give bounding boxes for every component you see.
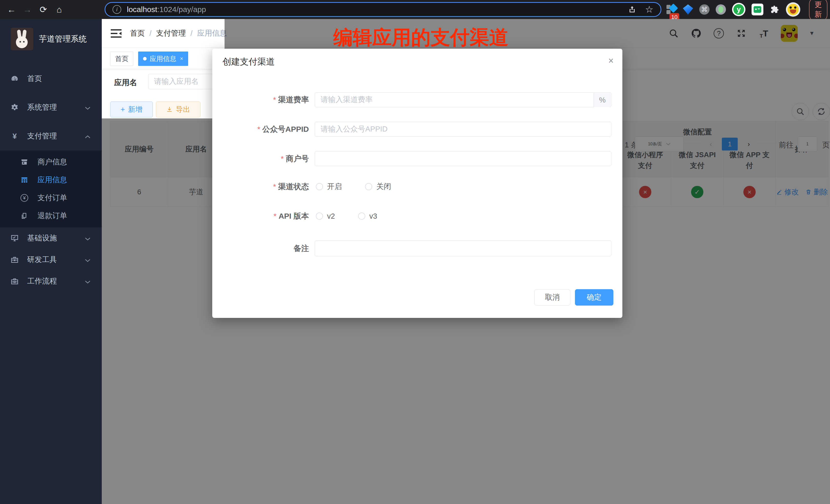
form-row-appid: *公众号APPID 请输入公众号APPID (212, 122, 622, 137)
sidebar-submenu-payment: 商户信息 应用信息 ¥ 支付订单 退款订单 (0, 151, 102, 227)
cancel-button[interactable]: 取消 (535, 289, 570, 306)
breadcrumb-payment[interactable]: 支付管理 (156, 28, 186, 38)
api-v2-radio[interactable]: v2 (316, 212, 335, 220)
modal-overlay-left[interactable] (102, 119, 225, 504)
breadcrumb-home[interactable]: 首页 (130, 28, 145, 38)
sidebar-item-label: 商户信息 (37, 157, 67, 167)
download-icon (166, 106, 173, 113)
sidebar-item-home[interactable]: 首页 (0, 64, 102, 93)
toolbox-icon (10, 255, 19, 264)
yen-circle-icon: ¥ (20, 194, 29, 202)
briefcase-icon (10, 277, 19, 286)
create-pay-channel-dialog: 创建支付渠道 × *渠道费率 请输入渠道费率 % *公众号APPID 请输入公众… (212, 49, 622, 318)
plus-icon: + (121, 105, 125, 114)
annotation-title: 编辑应用的支付渠道 (333, 25, 509, 51)
sidebar-item-label: 首页 (27, 73, 42, 84)
profile-emoji-avatar[interactable] (786, 2, 800, 17)
sidebar: 芋道管理系统 首页 系统管理 ¥ 支付管理 商户信息 (0, 19, 102, 504)
appid-input[interactable]: 请输入公众号APPID (315, 122, 611, 137)
site-info-icon[interactable]: i (113, 5, 121, 14)
browser-update-button[interactable]: 更新 (809, 0, 827, 22)
confirm-button[interactable]: 确定 (575, 289, 613, 306)
radio-circle-icon (316, 183, 323, 190)
radio-circle-icon (358, 213, 365, 220)
breadcrumb-current: 应用信息 (197, 28, 227, 38)
browser-reload-icon[interactable]: ⟳ (35, 4, 51, 14)
app-title: 芋道管理系统 (39, 34, 87, 44)
tag-app-info[interactable]: 应用信息 × (138, 52, 188, 66)
api-v3-radio[interactable]: v3 (358, 212, 377, 220)
address-bar[interactable]: i localhost:1024/pay/app ☆ (104, 2, 661, 17)
sidebar-item-payment[interactable]: ¥ 支付管理 (0, 122, 102, 151)
sidebar-item-refund-order[interactable]: 退款订单 (0, 207, 102, 225)
browser-toolbar: ← → ⟳ ⌂ i localhost:1024/pay/app ☆ 10 ⌘ … (0, 0, 830, 19)
chevron-down-icon (85, 234, 91, 243)
monitor-icon (10, 234, 19, 243)
app-logo-row[interactable]: 芋道管理系统 (0, 25, 102, 53)
form-row-status: *渠道状态 开启 关闭 (212, 182, 622, 192)
sidebar-item-label: 支付管理 (27, 131, 57, 141)
radio-circle-icon (316, 213, 323, 220)
browser-forward-icon[interactable]: → (20, 5, 35, 14)
extension-kite-icon[interactable] (683, 4, 693, 14)
sidebar-item-dev-tools[interactable]: 研发工具 (0, 249, 102, 271)
extensions-puzzle-icon[interactable] (769, 4, 780, 14)
form-row-merchant: *商户号 (212, 151, 622, 166)
sidebar-item-app-info[interactable]: 应用信息 (0, 171, 102, 189)
screen: ← → ⟳ ⌂ i localhost:1024/pay/app ☆ 10 ⌘ … (0, 0, 830, 504)
sidebar-item-label: 工作流程 (27, 276, 57, 286)
status-closed-radio[interactable]: 关闭 (365, 182, 391, 192)
dialog-close-icon[interactable]: × (608, 55, 614, 66)
add-button[interactable]: +新增 (110, 101, 153, 118)
extension-diamond-icon[interactable]: 10 (667, 4, 677, 14)
extensions-row: 10 ⌘ y 更新 ⋮ (667, 0, 830, 19)
search-field-label: 应用名 (114, 77, 137, 88)
rate-percent-suffix: % (594, 93, 611, 107)
dashboard-icon (10, 74, 19, 83)
breadcrumb: 首页 / 支付管理 / 应用信息 (130, 19, 227, 48)
gear-icon (10, 103, 19, 112)
share-icon[interactable] (628, 5, 636, 14)
extension-command-icon[interactable]: ⌘ (699, 4, 709, 14)
sidebar-item-label: 研发工具 (27, 255, 57, 265)
sidebar-item-label: 系统管理 (27, 102, 57, 113)
chevron-down-icon (85, 256, 91, 264)
documents-icon (20, 212, 29, 220)
url-text: localhost:1024/pay/app (127, 5, 206, 14)
sidebar-item-system[interactable]: 系统管理 (0, 93, 102, 122)
extension-chat-icon[interactable] (752, 4, 763, 15)
form-row-api-version: *API 版本 v2 v3 (212, 211, 622, 221)
shop-icon (20, 158, 29, 166)
merchant-input[interactable] (315, 151, 611, 166)
extension-y-icon[interactable]: y (732, 3, 745, 16)
sidebar-item-merchant-info[interactable]: 商户信息 (0, 153, 102, 171)
sidebar-item-pay-order[interactable]: ¥ 支付订单 (0, 189, 102, 207)
browser-home-icon[interactable]: ⌂ (51, 5, 67, 14)
sidebar-item-label: 基础设施 (27, 233, 57, 243)
dialog-title: 创建支付渠道 (223, 56, 275, 68)
radio-circle-icon (365, 183, 372, 190)
form-row-remark: 备注 (212, 241, 622, 256)
status-open-radio[interactable]: 开启 (316, 182, 342, 192)
chevron-down-icon (85, 103, 91, 112)
bookmark-star-icon[interactable]: ☆ (645, 4, 653, 15)
extension-green-dot-icon[interactable] (716, 4, 726, 14)
tag-home[interactable]: 首页 (110, 52, 133, 66)
app-logo-rabbit (11, 28, 33, 50)
sidebar-item-label: 应用信息 (37, 175, 67, 185)
sidebar-item-label: 退款订单 (37, 211, 67, 221)
sidebar-menu: 首页 系统管理 ¥ 支付管理 商户信息 应用信息 (0, 64, 102, 292)
sidebar-item-workflow[interactable]: 工作流程 (0, 271, 102, 292)
tag-active-dot (143, 57, 147, 61)
sidebar-item-label: 支付订单 (37, 193, 67, 203)
sidebar-item-infra[interactable]: 基础设施 (0, 227, 102, 249)
export-button[interactable]: 导出 (156, 101, 200, 118)
grid-icon (20, 176, 29, 184)
browser-back-icon[interactable]: ← (4, 5, 20, 14)
tag-close-icon[interactable]: × (180, 55, 183, 62)
sidebar-collapse-icon[interactable] (110, 29, 122, 39)
remark-input[interactable] (315, 241, 611, 256)
chevron-down-icon (85, 277, 91, 286)
rate-input[interactable]: 请输入渠道费率 % (315, 92, 611, 107)
form-row-rate: *渠道费率 请输入渠道费率 % (212, 92, 622, 107)
